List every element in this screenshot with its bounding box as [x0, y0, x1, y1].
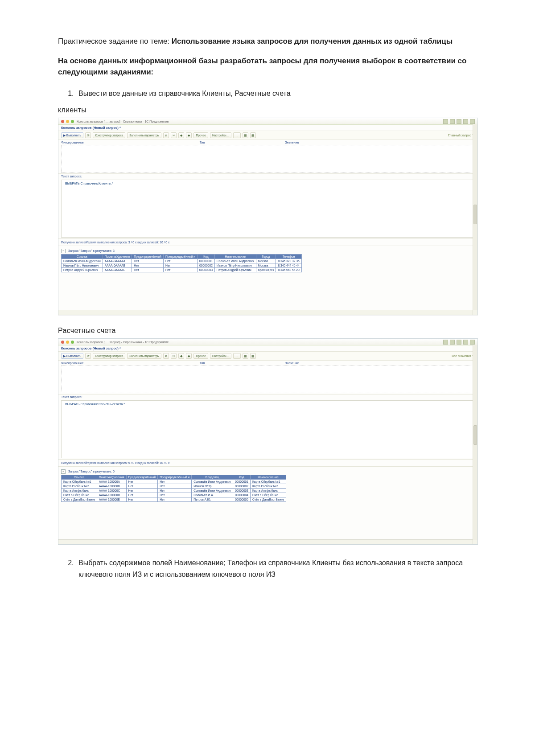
table-cell: Нет: [163, 259, 197, 263]
save-icon[interactable]: ▦: [243, 132, 248, 138]
column-header[interactable]: Код: [198, 255, 215, 259]
table-cell: Соловьёв Иван Андреевич: [62, 259, 103, 263]
tree-collapse-icon[interactable]: −: [61, 469, 66, 474]
winbtn-icon[interactable]: [470, 340, 475, 345]
params-area[interactable]: [61, 366, 475, 393]
table-row[interactable]: Соловьёв Иван АндреевичАААА-0АААААНетНет…: [62, 259, 302, 263]
table-cell: 00000003: [198, 268, 215, 272]
title-bar: Консоль запросов [ … запрос] - Справочни…: [58, 118, 477, 125]
next-icon[interactable]: ◆: [186, 132, 192, 138]
close-icon[interactable]: [61, 120, 64, 123]
builder-button[interactable]: Конструктор запроса: [93, 132, 125, 138]
column-header[interactable]: Наименование: [250, 475, 286, 480]
cut-icon[interactable]: ✂: [171, 132, 177, 138]
winbtn-icon[interactable]: [457, 119, 461, 124]
vertical-scrollbar[interactable]: [473, 345, 477, 540]
winbtn-icon[interactable]: [463, 340, 468, 345]
table-cell: АААА-100000Е: [97, 497, 127, 502]
table-row[interactable]: Счёт в Сбер банкеАААА-100000DНетНетСолов…: [62, 493, 286, 497]
save-icon[interactable]: ▦: [243, 353, 248, 359]
winbtn-icon[interactable]: [450, 119, 455, 124]
params-button[interactable]: Заполнить параметры: [127, 353, 161, 359]
table-row[interactable]: Карта Росбанк №2АААА-100000ВНетНетИванов…: [62, 484, 286, 489]
column-header[interactable]: Предопределённый и: [158, 475, 192, 480]
params-header: Фиксированное Тип Значение: [58, 140, 477, 144]
table-row[interactable]: Петров Андрей ЮрьевичАААА-0ААААСНетНет00…: [62, 268, 302, 272]
params-button[interactable]: Заполнить параметры: [127, 132, 161, 138]
settings-button[interactable]: Настройки…: [210, 132, 231, 138]
table-cell: Нет: [132, 263, 164, 268]
column-header[interactable]: Ссылка: [62, 475, 97, 480]
query-textarea[interactable]: ВЫБРАТЬ Справочник.РасчетныеСчета.*: [61, 400, 475, 458]
table-cell: Москва: [256, 259, 276, 263]
copy-icon[interactable]: ⧉: [163, 132, 169, 138]
settings-button[interactable]: Настройки…: [210, 353, 231, 359]
table-row[interactable]: Счёт в ДальВостБанкеАААА-100000ЕНетНетПе…: [62, 497, 286, 502]
minimize-icon[interactable]: [66, 341, 69, 344]
table-cell: 00000002: [233, 484, 251, 489]
column-header[interactable]: ПометкаУдаления: [103, 255, 132, 259]
column-header[interactable]: Ссылка: [62, 255, 103, 259]
grid-icon[interactable]: ▦: [250, 132, 256, 138]
column-header[interactable]: Код: [233, 475, 251, 480]
table-row[interactable]: Карта Альфа банкАААА-100000СНетНетСоловь…: [62, 489, 286, 493]
more-button[interactable]: …: [233, 353, 241, 359]
more-button[interactable]: …: [233, 132, 241, 138]
column-header[interactable]: Телефон: [276, 255, 301, 259]
column-header[interactable]: Предопределённый и: [163, 255, 197, 259]
refresh-icon[interactable]: ⟳: [85, 353, 91, 359]
table-cell: Иванов Пётр …: [192, 484, 233, 489]
params-area[interactable]: [61, 145, 475, 173]
table-cell: Карта Альфа банк: [250, 489, 286, 493]
column-header[interactable]: Наименование: [214, 255, 256, 259]
table-cell: 00000002: [198, 263, 215, 268]
refresh-icon[interactable]: ⟳: [85, 132, 91, 138]
task-title: Практическое задание по теме: Использова…: [58, 36, 477, 47]
execute-button[interactable]: ▶ Выполнить: [61, 132, 83, 138]
tools-button[interactable]: Прочее: [193, 132, 208, 138]
column-header[interactable]: Город: [256, 255, 276, 259]
next-icon[interactable]: ◆: [186, 353, 192, 359]
copy-icon[interactable]: ⧉: [163, 353, 169, 359]
winbtn-icon[interactable]: [470, 119, 475, 124]
cut-icon[interactable]: ✂: [171, 353, 177, 359]
column-header[interactable]: Владелец: [192, 475, 233, 480]
param-col-file: Фиксированное: [61, 141, 84, 144]
tools-button[interactable]: Прочее: [193, 353, 208, 359]
winbtn-icon[interactable]: [457, 340, 461, 345]
task-item-1: Вывести все данные из справочника Клиент…: [76, 88, 477, 99]
winbtn-icon[interactable]: [450, 340, 455, 345]
column-header[interactable]: Предопределённый: [132, 255, 164, 259]
column-header[interactable]: Предопределённый: [126, 475, 158, 480]
minimize-icon[interactable]: [66, 120, 69, 123]
winbtn-icon[interactable]: [463, 119, 468, 124]
query-textarea[interactable]: ВЫБРАТЬ Справочник.Клиенты.*: [61, 180, 475, 238]
query-section-label: Текст запроса:: [58, 173, 477, 179]
column-header[interactable]: ПометкаУдаления: [97, 475, 127, 480]
execute-button[interactable]: ▶ Выполнить: [61, 353, 83, 359]
tree-collapse-icon[interactable]: −: [61, 249, 66, 253]
winbtn-icon[interactable]: [443, 340, 448, 345]
table-cell: Счёт в Сбер банке: [250, 493, 286, 497]
maximize-icon[interactable]: [71, 341, 74, 344]
grid-icon[interactable]: ▦: [250, 353, 256, 359]
prev-icon[interactable]: ◆: [178, 132, 184, 138]
prev-icon[interactable]: ◆: [178, 353, 184, 359]
tab-title[interactable]: Консоль запросов (Новый запрос) *: [58, 345, 477, 352]
table-cell: 00000001: [233, 480, 251, 484]
table-row[interactable]: Иванов Пётр НиколаевичАААА-0ААААВНетНет0…: [62, 263, 302, 268]
table-cell: Петров Андрей Юрьевич: [62, 268, 103, 272]
toolbar-right-label: Все значения ✎: [452, 354, 475, 358]
tab-title[interactable]: Консоль запросов (Новый запрос) *: [58, 125, 477, 131]
builder-button[interactable]: Конструктор запроса: [93, 353, 125, 359]
winbtn-icon[interactable]: [443, 119, 448, 124]
table-cell: Карта Альфа банк: [62, 489, 97, 493]
close-icon[interactable]: [61, 341, 64, 344]
toolbar: ▶ Выполнить ⟳ Конструктор запроса Заполн…: [58, 131, 477, 140]
vertical-scrollbar[interactable]: [473, 124, 477, 310]
table-row[interactable]: Карта Сбербанк №1АААА-100000АНетНетСолов…: [62, 480, 286, 484]
table-cell: Иванов Пётр Николаевич: [214, 263, 256, 268]
maximize-icon[interactable]: [71, 120, 74, 123]
param-col-type: Тип: [200, 362, 205, 365]
table-cell: АААА-100000А: [97, 480, 127, 484]
